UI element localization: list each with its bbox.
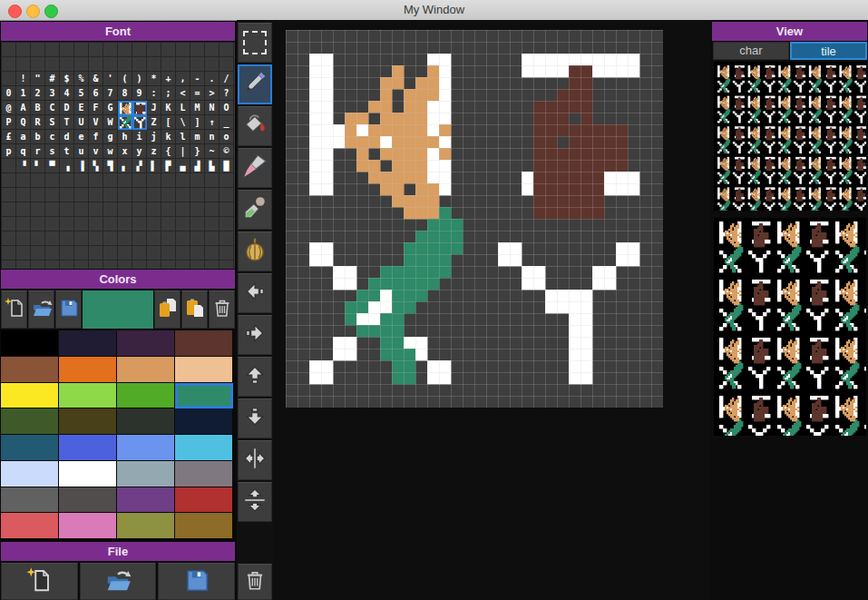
font-grid-cell[interactable] [132, 261, 147, 269]
palette-swatch[interactable] [175, 383, 233, 409]
font-grid-cell[interactable]: ( [118, 72, 132, 86]
font-grid-cell[interactable] [2, 246, 16, 261]
font-grid-cell[interactable] [118, 57, 132, 72]
font-grid-cell[interactable]: u [74, 144, 89, 159]
font-grid-cell[interactable] [31, 188, 45, 202]
font-grid-cell[interactable]: q [16, 144, 31, 159]
palette-swatch[interactable] [59, 461, 117, 487]
font-grid-cell[interactable] [147, 57, 161, 72]
font-grid-cell[interactable] [219, 57, 234, 72]
font-grid-cell[interactable]: ' [103, 72, 118, 86]
tool-eyedropper[interactable] [238, 190, 272, 230]
font-grid-cell[interactable] [219, 188, 234, 202]
font-grid-cell[interactable] [190, 217, 205, 231]
font-grid-cell[interactable] [118, 202, 132, 217]
font-grid-cell[interactable] [219, 173, 234, 188]
font-grid-cell[interactable] [147, 217, 161, 231]
font-grid-cell[interactable]: @ [2, 101, 16, 115]
palette-swatch[interactable] [175, 513, 233, 539]
font-grid-cell[interactable] [31, 261, 45, 269]
font-grid-cell[interactable] [2, 261, 16, 269]
palette-swatch[interactable] [175, 487, 233, 514]
font-grid-cell[interactable] [205, 57, 219, 72]
font-grid-cell[interactable] [176, 57, 190, 72]
font-grid-cell[interactable]: W [103, 115, 118, 130]
font-grid-cell[interactable]: © [219, 144, 234, 159]
font-grid-cell[interactable]: 1 [16, 86, 31, 101]
open-file-button[interactable] [80, 563, 157, 600]
font-grid-cell[interactable] [16, 231, 31, 246]
palette-swatch[interactable] [1, 330, 59, 357]
font-grid-cell[interactable]: ▖ [118, 159, 132, 173]
font-grid-cell[interactable] [2, 72, 16, 86]
font-grid-cell[interactable] [16, 246, 31, 261]
font-grid-cell[interactable] [16, 188, 31, 202]
palette-swatch[interactable] [1, 513, 59, 539]
font-grid-cell[interactable]: . [205, 72, 219, 86]
font-grid-cell[interactable] [74, 202, 89, 217]
font-grid-cell[interactable] [132, 202, 147, 217]
font-grid-cell[interactable]: 3 [45, 86, 60, 101]
font-grid-cell[interactable]: ) [132, 72, 147, 86]
font-grid-cell[interactable] [118, 246, 132, 261]
font-grid-cell[interactable] [205, 217, 219, 231]
font-grid-cell[interactable]: M [190, 101, 205, 115]
font-grid-cell[interactable]: < [176, 86, 190, 101]
font-grid-cell[interactable] [2, 231, 16, 246]
font-grid-cell[interactable] [2, 43, 16, 57]
font-grid-cell[interactable] [60, 188, 74, 202]
font-grid-cell[interactable] [190, 57, 205, 72]
font-grid-cell[interactable] [219, 217, 234, 231]
font-grid-cell[interactable]: 9 [132, 86, 147, 101]
font-grid-cell[interactable] [45, 202, 60, 217]
font-grid-cell[interactable]: [ [161, 115, 176, 130]
font-grid-cell[interactable] [45, 246, 60, 261]
font-grid-cell[interactable]: ▗ [60, 159, 74, 173]
font-grid-cell[interactable] [147, 202, 161, 217]
font-grid-cell[interactable] [2, 217, 16, 231]
font-grid-cell[interactable]: ! [16, 72, 31, 86]
tool-shift-left[interactable] [238, 273, 272, 313]
font-grid-cell[interactable]: f [89, 130, 103, 144]
font-grid-cell[interactable] [103, 261, 118, 269]
font-grid-cell[interactable] [16, 173, 31, 188]
font-grid-cell[interactable] [74, 173, 89, 188]
font-grid-cell[interactable] [60, 173, 74, 188]
font-grid-cell[interactable] [2, 173, 16, 188]
font-grid-cell[interactable] [89, 202, 103, 217]
font-grid-cell[interactable]: P [2, 115, 16, 130]
font-grid-cell[interactable] [74, 246, 89, 261]
font-grid-cell[interactable] [147, 231, 161, 246]
font-grid-cell[interactable]: * [147, 72, 161, 86]
font-grid-cell[interactable]: 8 [118, 86, 132, 101]
font-grid-cell[interactable]: ▚ [89, 159, 103, 173]
font-grid-cell[interactable] [60, 57, 74, 72]
font-grid-cell[interactable]: J [147, 101, 161, 115]
font-grid-cell[interactable] [60, 217, 74, 231]
font-grid-cell[interactable] [103, 202, 118, 217]
font-grid-cell[interactable]: G [103, 101, 118, 115]
font-grid-cell[interactable] [103, 173, 118, 188]
font-grid-cell[interactable]: a [16, 130, 31, 144]
font-grid-cell[interactable] [190, 202, 205, 217]
open-palette-button[interactable] [28, 290, 54, 329]
font-grid-cell[interactable] [219, 246, 234, 261]
palette-swatch[interactable] [175, 357, 233, 383]
font-grid-cell[interactable] [190, 261, 205, 269]
font-grid-cell[interactable]: S [45, 115, 60, 130]
palette-swatch[interactable] [1, 357, 59, 383]
palette-swatch[interactable] [117, 408, 175, 435]
font-grid-cell[interactable] [16, 261, 31, 269]
font-grid-cell[interactable]: L [176, 101, 190, 115]
font-grid-cell[interactable] [176, 188, 190, 202]
font-grid-cell[interactable]: m [190, 130, 205, 144]
font-grid-cell[interactable] [161, 188, 176, 202]
font-grid-cell[interactable]: 4 [60, 86, 74, 101]
font-grid-cell[interactable]: p [2, 144, 16, 159]
font-grid-cell[interactable] [118, 217, 132, 231]
font-grid-cell[interactable]: e [74, 130, 89, 144]
font-grid-cell[interactable]: " [31, 72, 45, 86]
font-grid-cell[interactable]: # [45, 72, 60, 86]
font-grid-cell[interactable] [74, 217, 89, 231]
font-grid-cell[interactable] [31, 246, 45, 261]
